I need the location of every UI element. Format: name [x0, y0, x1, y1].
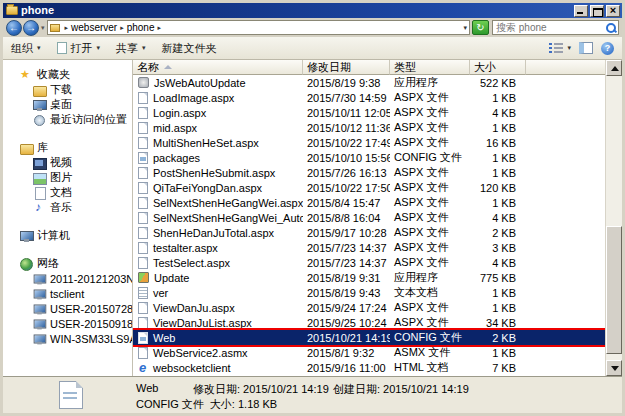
explorer-window: phone ← → ▾ ▸ webserver ▸ phone ▸ ▾ ↻ 组织…	[0, 0, 625, 416]
column-header-size[interactable]: 大小	[470, 60, 526, 75]
search-box	[492, 20, 619, 35]
file-row-SelNextShenHeGangWei.aspx[interactable]: SelNextShenHeGangWei.aspx2015/8/4 15:47A…	[133, 195, 605, 210]
file-row-WebService2.asmx[interactable]: WebService2.asmx2015/8/1 9:32ASMX 文件1 KB	[133, 345, 605, 360]
file-date-modified: 2015/8/4 15:47	[303, 197, 390, 209]
file-row-ver[interactable]: ver2015/8/19 9:43文本文档1 KB	[133, 285, 605, 300]
file-name: Web	[153, 332, 175, 344]
sidebar-item-label: USER-20150918ES	[50, 318, 133, 330]
file-size: 775 KB	[470, 272, 526, 284]
file-row-websocketclient[interactable]: websocketclient2015/9/16 11:00HTML 文档7 K…	[133, 360, 605, 375]
chevron-down-icon[interactable]: ▾	[567, 44, 571, 52]
sidebar-item-2011-20121203NP[interactable]: 2011-20121203NP	[3, 271, 132, 286]
file-row-Web[interactable]: Web2015/10/21 14:19CONFIG 文件2 KB	[133, 330, 605, 345]
preview-pane-icon[interactable]	[579, 42, 593, 54]
scrollbar-thumb[interactable]	[606, 226, 622, 354]
sidebar-item-USER-20150728ZU[interactable]: USER-20150728ZU	[3, 301, 132, 316]
column-header-date[interactable]: 修改日期	[303, 60, 390, 75]
open-button[interactable]: 打开▾	[57, 41, 101, 56]
close-button[interactable]	[606, 5, 620, 17]
file-size: 4 KB	[470, 257, 526, 269]
share-button[interactable]: 共享▾	[116, 41, 146, 56]
sidebar-item-收藏夹[interactable]: 收藏夹	[3, 67, 132, 82]
sidebar-item-label: 计算机	[37, 228, 70, 243]
sidebar-item-音乐[interactable]: 音乐	[3, 200, 132, 215]
file-row-Login.aspx[interactable]: Login.aspx2015/10/11 12:05ASPX 文件4 KB	[133, 105, 605, 120]
sidebar-item-label: 文档	[50, 185, 72, 200]
details-size: 大小: 1.18 KB	[210, 397, 277, 412]
sidebar-item-文档[interactable]: 文档	[3, 185, 132, 200]
file-name-cell: MultiShenHeSet.aspx	[133, 137, 303, 149]
file-date-modified: 2015/10/12 11:36	[303, 122, 390, 134]
minimize-button[interactable]	[574, 5, 588, 17]
scrollbar-track[interactable]	[606, 76, 622, 360]
help-icon[interactable]: ?	[601, 42, 614, 55]
maximize-button[interactable]	[590, 5, 604, 17]
doc-file-icon	[138, 227, 148, 239]
videos-icon	[33, 157, 46, 169]
column-header-type[interactable]: 类型	[390, 60, 470, 75]
organize-button[interactable]: 组织▾	[11, 41, 41, 56]
new-folder-button[interactable]: 新建文件夹	[162, 41, 217, 56]
breadcrumb-webserver[interactable]: webserver	[71, 22, 117, 33]
forward-button[interactable]: →	[23, 20, 39, 36]
file-type: 应用程序	[390, 270, 470, 285]
file-name: ViewDanJu.aspx	[153, 302, 235, 314]
file-row-ViewDanJuList.aspx[interactable]: ViewDanJuList.aspx2015/9/25 10:24ASPX 文件…	[133, 315, 605, 330]
back-button[interactable]: ←	[6, 20, 22, 36]
scroll-up-icon[interactable]	[606, 60, 622, 76]
sidebar-item-label: 下载	[50, 82, 72, 97]
sidebar-item-WIN-3SM33LS9AMO[interactable]: WIN-3SM33LS9AMO	[3, 331, 132, 346]
file-row-testalter.aspx[interactable]: testalter.aspx2015/7/23 14:37ASPX 文件3 KB	[133, 240, 605, 255]
file-row-QiTaFeiYongDan.aspx[interactable]: QiTaFeiYongDan.aspx2015/10/22 17:50ASPX …	[133, 180, 605, 195]
search-input[interactable]	[493, 22, 604, 33]
file-row-ViewDanJu.aspx[interactable]: ViewDanJu.aspx2015/9/24 17:24ASPX 文件1 KB	[133, 300, 605, 315]
history-dropdown-icon[interactable]: ▾	[41, 24, 45, 32]
file-row-MultiShenHeSet.aspx[interactable]: MultiShenHeSet.aspx2015/10/22 17:49ASPX …	[133, 135, 605, 150]
sidebar-item-tsclient[interactable]: tsclient	[3, 286, 132, 301]
change-view-icon[interactable]	[549, 43, 563, 54]
column-header-name[interactable]: 名称	[133, 60, 303, 75]
sidebar-item-USER-20150918ES[interactable]: USER-20150918ES	[3, 316, 132, 331]
file-type: ASPX 文件	[390, 225, 470, 240]
sidebar-item-图片[interactable]: 图片	[3, 170, 132, 185]
address-bar-row: ← → ▾ ▸ webserver ▸ phone ▸ ▾ ↻	[3, 18, 622, 37]
file-row-PostShenHeSubmit.aspx[interactable]: PostShenHeSubmit.aspx2015/7/26 16:13ASPX…	[133, 165, 605, 180]
file-size: 4 KB	[470, 212, 526, 224]
search-icon[interactable]	[604, 21, 617, 34]
sidebar-item-最近访问的位置[interactable]: 最近访问的位置	[3, 112, 132, 127]
sidebar-item-网络[interactable]: 网络	[3, 256, 132, 271]
file-name: WebService2.asmx	[153, 347, 248, 359]
breadcrumb-phone[interactable]: phone	[127, 22, 155, 33]
sidebar-item-库[interactable]: 库	[3, 140, 132, 155]
sidebar-item-桌面[interactable]: 桌面	[3, 97, 132, 112]
sidebar-item-视频[interactable]: 视频	[3, 155, 132, 170]
file-row-JsWebAutoUpdate[interactable]: JsWebAutoUpdate2015/8/19 9:38应用程序522 KB	[133, 75, 605, 90]
file-date-modified: 2015/9/17 10:28	[303, 227, 390, 239]
scroll-down-icon[interactable]	[606, 360, 622, 376]
refresh-button[interactable]: ↻	[472, 20, 489, 35]
doc-file-icon	[138, 317, 148, 329]
file-row-mid.aspx[interactable]: mid.aspx2015/10/12 11:36ASPX 文件1 KB	[133, 120, 605, 135]
file-row-LoadImage.aspx[interactable]: LoadImage.aspx2015/7/30 14:59ASPX 文件1 KB	[133, 90, 605, 105]
file-name-cell: Update	[133, 272, 303, 284]
file-type: ASPX 文件	[390, 105, 470, 120]
file-type: ASPX 文件	[390, 195, 470, 210]
vertical-scrollbar[interactable]	[605, 60, 622, 376]
sidebar-item-下载[interactable]: 下载	[3, 82, 132, 97]
sidebar-item-计算机[interactable]: 计算机	[3, 228, 132, 243]
file-row-packages[interactable]: packages2015/10/10 15:56CONFIG 文件1 KB	[133, 150, 605, 165]
file-name: mid.aspx	[153, 122, 197, 134]
folder-icon	[6, 6, 18, 15]
file-row-TestSelect.aspx[interactable]: TestSelect.aspx2015/7/23 14:37ASPX 文件4 K…	[133, 255, 605, 270]
file-name: QiTaFeiYongDan.aspx	[153, 182, 262, 194]
file-size: 1 KB	[470, 122, 526, 134]
address-dropdown-icon[interactable]: ▾	[463, 24, 467, 32]
doc-file-icon	[138, 347, 148, 359]
file-date-modified: 2015/8/1 9:32	[303, 347, 390, 359]
file-row-SelNextShenHeGangWei_Auto.aspx[interactable]: SelNextShenHeGangWei_Auto.aspx2015/8/8 1…	[133, 210, 605, 225]
file-row-ShenHeDanJuTotal.aspx[interactable]: ShenHeDanJuTotal.aspx2015/9/17 10:28ASPX…	[133, 225, 605, 240]
file-row-Update[interactable]: Update2015/8/19 9:31应用程序775 KB	[133, 270, 605, 285]
file-date-modified: 2015/8/19 9:43	[303, 287, 390, 299]
address-bar[interactable]: ▸ webserver ▸ phone ▸ ▾	[47, 20, 470, 35]
file-name: TestSelect.aspx	[153, 257, 230, 269]
